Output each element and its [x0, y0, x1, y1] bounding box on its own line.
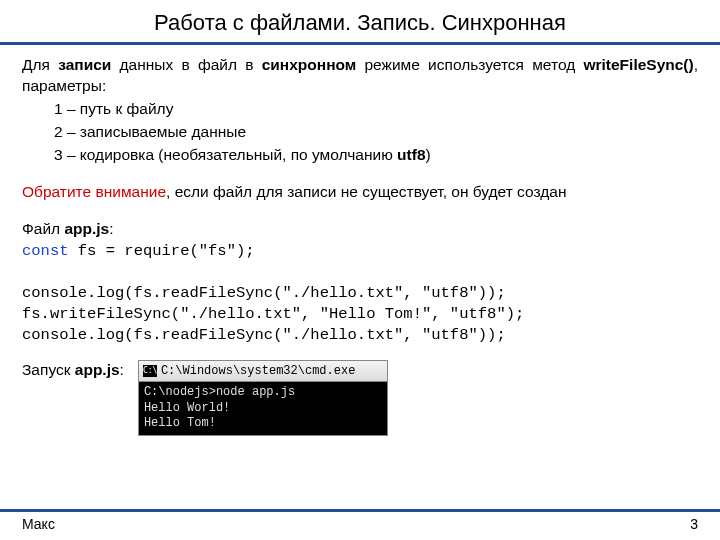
console-window: C:\ C:\Windows\system32\cmd.exe C:\nodej…	[138, 360, 388, 436]
console-title: C:\Windows\system32\cmd.exe	[161, 363, 355, 379]
code-line-5: console.log(fs.readFileSync("./hello.txt…	[22, 326, 506, 344]
code-block: const fs = require("fs"); console.log(fs…	[22, 241, 698, 346]
file-label-name: app.js	[64, 220, 109, 237]
intro-bold-method: writeFileSync()	[583, 56, 693, 73]
run-label-text: Запуск	[22, 361, 75, 378]
intro-paragraph: Для записи данных в файл в синхронном ре…	[22, 55, 698, 97]
file-label-text: Файл	[22, 220, 64, 237]
param-2: 2 – записываемые данные	[54, 122, 698, 143]
code-line-4: fs.writeFileSync("./hello.txt", "Hello T…	[22, 305, 524, 323]
intro-bold-write: записи	[58, 56, 111, 73]
warning-text: , если файл для записи не существует, он…	[166, 183, 566, 200]
param-3-text: 3 – кодировка (необязательный, по умолча…	[54, 146, 397, 163]
param-3: 3 – кодировка (необязательный, по умолча…	[54, 145, 698, 166]
cmd-icon: C:\	[143, 365, 157, 377]
slide-footer: Макс 3	[0, 509, 720, 540]
warning-line: Обратите внимание, если файл для записи …	[22, 182, 698, 203]
slide-content: Для записи данных в файл в синхронном ре…	[0, 45, 720, 509]
run-label-name: app.js	[75, 361, 120, 378]
intro-bold-sync: синхронном	[262, 56, 357, 73]
intro-text: режиме используется метод	[356, 56, 583, 73]
run-label: Запуск app.js:	[22, 360, 124, 381]
param-3-text: )	[426, 146, 431, 163]
file-label: Файл app.js:	[22, 219, 698, 240]
run-row: Запуск app.js: C:\ C:\Windows\system32\c…	[22, 360, 698, 436]
file-label-text: :	[109, 220, 113, 237]
footer-author: Макс	[22, 516, 55, 532]
param-1: 1 – путь к файлу	[54, 99, 698, 120]
console-titlebar: C:\ C:\Windows\system32\cmd.exe	[139, 361, 387, 382]
footer-page: 3	[690, 516, 698, 532]
warning-label: Обратите внимание	[22, 183, 166, 200]
slide-title: Работа с файлами. Запись. Синхронная	[0, 0, 720, 42]
param-3-bold: utf8	[397, 146, 425, 163]
intro-text: данных в файл в	[111, 56, 261, 73]
params-list: 1 – путь к файлу 2 – записываемые данные…	[22, 99, 698, 166]
intro-text: Для	[22, 56, 58, 73]
console-output: C:\nodejs>node app.js Hello World! Hello…	[139, 382, 387, 435]
code-line-3: console.log(fs.readFileSync("./hello.txt…	[22, 284, 506, 302]
code-keyword: const	[22, 242, 69, 260]
code-line-1: fs = require("fs");	[69, 242, 255, 260]
run-label-text: :	[120, 361, 124, 378]
